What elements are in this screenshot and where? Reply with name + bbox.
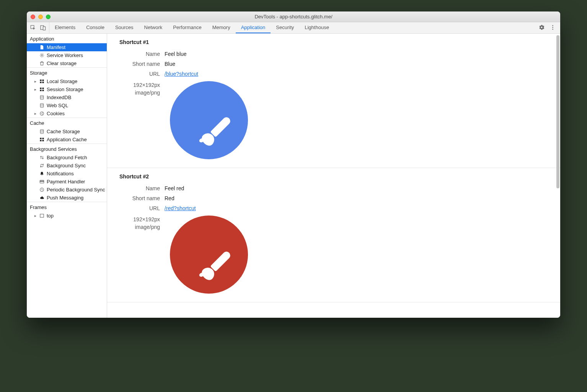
svg-rect-8 (42, 80, 44, 81)
bell-icon (39, 171, 44, 176)
zoom-icon[interactable] (46, 15, 51, 19)
sidebar-item-service-workers[interactable]: Service Workers (27, 51, 107, 59)
sidebar-item-top[interactable]: ▸top (27, 212, 107, 220)
settings-icon[interactable] (539, 24, 545, 31)
sidebar-item-label: Manifest (47, 44, 65, 50)
icon-size: 192×192px (107, 216, 160, 223)
sidebar-item-payment-handler[interactable]: Payment Handler (27, 178, 107, 186)
tab-sources[interactable]: Sources (110, 22, 139, 33)
db-icon (39, 103, 44, 108)
sidebar-item-application-cache[interactable]: Application Cache (27, 136, 107, 144)
sidebar-item-cache-storage[interactable]: Cache Storage (27, 127, 107, 136)
db-icon (39, 95, 44, 100)
svg-rect-13 (40, 90, 41, 91)
sidebar-item-label: Local Storage (47, 78, 77, 84)
sidebar-item-notifications[interactable]: Notifications (27, 170, 107, 178)
shortcut-url-link[interactable]: /red?shortcut (165, 205, 196, 211)
svg-point-20 (42, 114, 42, 115)
tab-application[interactable]: Application (236, 22, 271, 33)
sidebar-section-header: Application (27, 34, 107, 43)
icon-type: image/png (107, 89, 160, 96)
file-icon (39, 45, 44, 50)
field-value-url[interactable]: /blue?shortcut (165, 71, 198, 77)
tab-memory[interactable]: Memory (207, 22, 236, 33)
device-mode-icon[interactable] (40, 25, 46, 31)
sidebar-item-background-fetch[interactable]: Background Fetch (27, 154, 107, 162)
sidebar-item-background-sync[interactable]: Background Sync (27, 162, 107, 170)
toolbar: ElementsConsoleSourcesNetworkPerformance… (27, 22, 560, 34)
chevron-right-icon[interactable]: ▸ (34, 87, 37, 91)
sidebar-item-label: Notifications (47, 171, 74, 176)
sidebar-item-indexeddb[interactable]: IndexedDB (27, 93, 107, 101)
minimize-icon[interactable] (38, 15, 43, 19)
field-value-short_name: Blue (165, 61, 175, 67)
shortcut-url-link[interactable]: /blue?shortcut (165, 71, 198, 77)
sidebar-item-label: Cache Storage (47, 129, 80, 134)
cloud-icon (39, 195, 44, 201)
grid-icon (39, 87, 44, 92)
tab-elements[interactable]: Elements (49, 22, 81, 33)
card-icon (39, 179, 44, 185)
field-value-name: Feel red (165, 185, 184, 191)
chevron-right-icon[interactable]: ▸ (34, 79, 37, 83)
sidebar-item-clear-storage[interactable]: Clear storage (27, 59, 107, 67)
sidebar-item-push-messaging[interactable]: Push Messaging (27, 194, 107, 202)
svg-rect-7 (40, 80, 41, 81)
sidebar-item-local-storage[interactable]: ▸Local Storage (27, 77, 107, 85)
titlebar: DevTools - app-shortcuts.glitch.me/ (27, 11, 560, 22)
svg-rect-11 (40, 88, 41, 89)
tab-security[interactable]: Security (271, 22, 299, 33)
shortcut-title: Shortcut #1 (107, 39, 560, 49)
svg-rect-9 (40, 82, 41, 83)
tab-console[interactable]: Console (81, 22, 110, 33)
svg-rect-2 (43, 27, 45, 30)
field-label-name: Name (107, 185, 165, 191)
devtools-window: DevTools - app-shortcuts.glitch.me/ Elem… (27, 11, 560, 318)
svg-point-16 (40, 103, 43, 105)
svg-point-17 (40, 112, 43, 115)
sidebar-item-cookies[interactable]: ▸Cookies (27, 109, 107, 118)
shortcut-icon-preview (170, 216, 248, 294)
tab-lighthouse[interactable]: Lighthouse (299, 22, 334, 33)
svg-rect-23 (42, 138, 44, 139)
sidebar-item-label: Web SQL (47, 103, 68, 108)
sidebar-item-label: Session Storage (47, 87, 83, 92)
sidebar-item-label: IndexedDB (47, 95, 71, 100)
svg-rect-24 (40, 140, 41, 141)
sidebar-item-label: Payment Handler (47, 179, 85, 185)
scrollbar[interactable] (556, 35, 559, 250)
tab-performance[interactable]: Performance (168, 22, 207, 33)
field-label-short_name: Short name (107, 61, 165, 67)
shortcut-title: Shortcut #2 (107, 173, 560, 183)
field-value-url[interactable]: /red?shortcut (165, 205, 196, 211)
svg-rect-26 (40, 180, 44, 183)
chevron-right-icon[interactable]: ▸ (34, 214, 37, 218)
sidebar-item-label: Background Fetch (47, 155, 87, 160)
inspect-icon[interactable] (30, 25, 36, 31)
svg-rect-25 (42, 140, 44, 141)
sidebar-item-web-sql[interactable]: Web SQL (27, 101, 107, 109)
svg-point-5 (552, 28, 553, 29)
field-value-short_name: Red (165, 195, 174, 201)
close-icon[interactable] (31, 15, 35, 19)
sidebar-item-label: Application Cache (47, 137, 87, 142)
shortcut-block: Shortcut #1NameFeel blueShort nameBlueUR… (107, 34, 560, 168)
sidebar-item-manifest[interactable]: Manifest (27, 43, 107, 51)
svg-point-3 (552, 25, 553, 26)
frame-icon (39, 213, 44, 219)
sidebar-item-label: Service Workers (47, 52, 83, 58)
db-icon (39, 129, 44, 134)
sidebar-item-session-storage[interactable]: ▸Session Storage (27, 85, 107, 93)
updown-icon (39, 155, 44, 160)
sidebar-item-periodic-background-sync[interactable]: Periodic Background Sync (27, 186, 107, 194)
svg-rect-14 (42, 90, 44, 91)
chevron-right-icon[interactable]: ▸ (34, 111, 37, 116)
brush-icon (192, 240, 241, 289)
grid-icon (39, 137, 44, 142)
field-value-name: Feel blue (165, 51, 187, 57)
tab-network[interactable]: Network (139, 22, 168, 33)
svg-point-18 (41, 113, 41, 114)
cookie-icon (39, 111, 44, 116)
icon-type: image/png (107, 223, 160, 231)
more-icon[interactable] (550, 24, 556, 31)
